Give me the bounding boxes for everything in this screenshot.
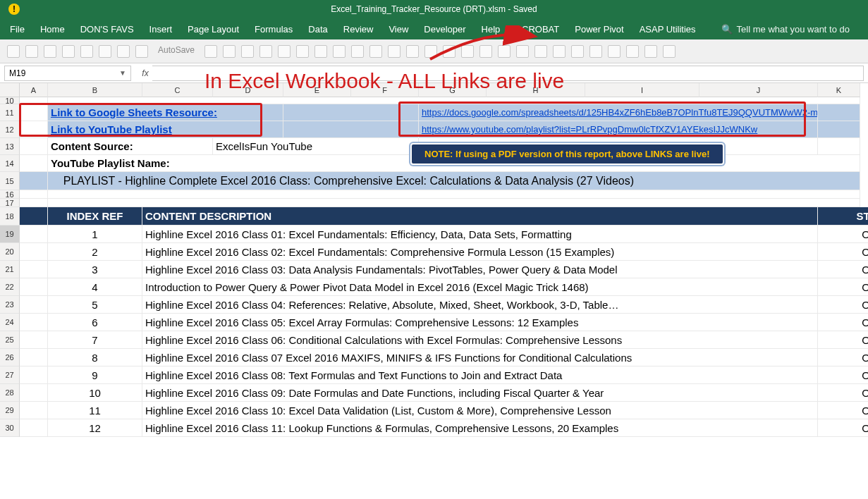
qat-btn[interactable] [461, 45, 474, 58]
cell[interactable] [20, 402, 48, 419]
row-head-27[interactable]: 27 [0, 366, 20, 384]
qat-btn[interactable] [44, 45, 56, 58]
cell[interactable] [20, 199, 48, 207]
row-head-20[interactable]: 20 [0, 243, 20, 261]
tab-developer[interactable]: Developer [424, 24, 465, 35]
cell[interactable] [20, 104, 48, 121]
cell[interactable] [20, 349, 48, 366]
row-head-12[interactable]: 12 [0, 121, 20, 138]
cell[interactable] [818, 104, 860, 121]
qat-btn[interactable] [589, 45, 602, 58]
cell[interactable] [20, 314, 48, 331]
tab-powerpivot[interactable]: Power Pivot [575, 24, 623, 35]
cell[interactable] [20, 419, 48, 437]
cell[interactable] [20, 278, 48, 296]
col-head-G[interactable]: G [419, 83, 487, 97]
row-head-21[interactable]: 21 [0, 261, 20, 278]
cell[interactable] [283, 121, 419, 138]
name-box[interactable]: M19 ▼ [4, 66, 131, 81]
tab-view[interactable]: View [389, 24, 408, 35]
qat-btn[interactable] [135, 45, 148, 58]
row-head-25[interactable]: 25 [0, 331, 20, 349]
row-head-19[interactable]: 19 [0, 226, 20, 243]
cell[interactable] [20, 331, 48, 349]
qat-btn[interactable] [626, 45, 639, 58]
cell[interactable]: https://www.youtube.com/playlist?list=PL… [419, 121, 818, 138]
row-head-22[interactable]: 22 [0, 278, 20, 296]
qat-btn[interactable] [117, 45, 130, 58]
worksheet-grid[interactable]: 1011121314151617181920212223242526272829… [0, 83, 868, 437]
qat-btn[interactable] [25, 45, 38, 58]
qat-btn[interactable] [498, 45, 511, 58]
cell[interactable] [283, 104, 419, 121]
cell[interactable] [20, 97, 48, 104]
cell[interactable]: Link to YouTube Playlist [48, 121, 283, 138]
qat-btn[interactable] [443, 45, 456, 58]
qat-btn[interactable] [278, 45, 291, 58]
col-head-A[interactable]: A [20, 83, 48, 97]
cell[interactable] [20, 207, 48, 226]
link-google-sheets[interactable]: Link to Google Sheets Resource: [51, 106, 217, 118]
qat-btn[interactable] [663, 45, 676, 58]
row-head-16[interactable]: 16 [0, 190, 20, 199]
row-head-15[interactable]: 15 [0, 172, 20, 190]
col-head-K[interactable]: K [818, 83, 860, 97]
url-google-sheets[interactable]: https://docs.google.com/spreadsheets/d/1… [422, 107, 818, 118]
cell[interactable] [20, 190, 48, 199]
col-head-F[interactable]: F [351, 83, 419, 97]
row-head-23[interactable]: 23 [0, 296, 20, 314]
cell[interactable] [20, 261, 48, 278]
row-head-30[interactable]: 30 [0, 419, 20, 437]
qat-btn[interactable] [553, 45, 566, 58]
tab-acrobat[interactable]: ACROBAT [515, 24, 559, 35]
cell-url-sheets[interactable]: https://docs.google.com/spreadsheets/d/1… [419, 104, 818, 121]
tab-formulas[interactable]: Formulas [255, 24, 293, 35]
cell[interactable] [20, 226, 48, 243]
row-head-11[interactable]: 11 [0, 104, 20, 121]
cell[interactable] [818, 121, 860, 138]
tell-me-search[interactable]: 🔍 Tell me what you want to do [721, 24, 850, 35]
qat-btn[interactable] [80, 45, 93, 58]
qat-btn[interactable] [516, 45, 529, 58]
qat-btn[interactable] [388, 45, 401, 58]
row-head-18[interactable]: 18 [0, 207, 20, 226]
col-head-H[interactable]: H [487, 83, 585, 97]
qat-btn[interactable] [223, 45, 236, 58]
row-head-17[interactable]: 17 [0, 199, 20, 207]
cell[interactable] [20, 296, 48, 314]
qat-btn[interactable] [62, 45, 75, 58]
qat-btn[interactable] [99, 45, 111, 58]
qat-btn[interactable] [241, 45, 254, 58]
cell-link-sheets[interactable]: Link to Google Sheets Resource: [48, 104, 283, 121]
col-head-E[interactable]: E [283, 83, 351, 97]
tab-home[interactable]: Home [40, 24, 65, 35]
qat-btn[interactable] [534, 45, 547, 58]
autosave-label[interactable]: AutoSave [154, 45, 199, 58]
qat-btn[interactable] [571, 45, 584, 58]
row-head-26[interactable]: 26 [0, 349, 20, 366]
qat-btn[interactable] [479, 45, 492, 58]
url-youtube[interactable]: https://www.youtube.com/playlist?list=PL… [422, 124, 757, 135]
col-head-J[interactable]: J [699, 83, 818, 97]
row-head-13[interactable]: 13 [0, 138, 20, 155]
qat-btn[interactable] [7, 45, 20, 58]
tab-file[interactable]: File [10, 24, 25, 35]
row-head-29[interactable]: 29 [0, 402, 20, 419]
cell[interactable] [20, 138, 48, 155]
qat-btn[interactable] [204, 45, 217, 58]
fx-icon[interactable]: fx [138, 68, 152, 78]
row-head-28[interactable]: 28 [0, 384, 20, 402]
qat-btn[interactable] [259, 45, 272, 58]
row-head-10[interactable]: 10 [0, 97, 20, 104]
qat-btn[interactable] [369, 45, 382, 58]
tab-review[interactable]: Review [343, 24, 374, 35]
qat-btn[interactable] [608, 45, 621, 58]
qat-btn[interactable] [333, 45, 346, 58]
cell[interactable] [20, 155, 48, 172]
cell[interactable] [20, 366, 48, 384]
qat-btn[interactable] [314, 45, 327, 58]
link-youtube-playlist[interactable]: Link to YouTube Playlist [51, 123, 172, 135]
tab-pagelayout[interactable]: Page Layout [188, 24, 239, 35]
select-all-corner[interactable] [0, 83, 20, 97]
tab-insert[interactable]: Insert [149, 24, 173, 35]
